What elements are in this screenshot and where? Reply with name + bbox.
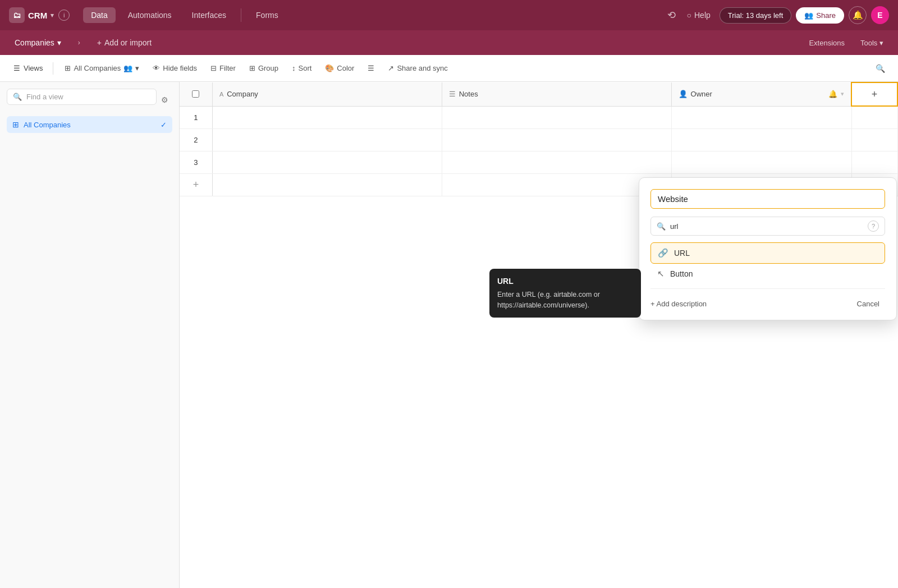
sidebar-view-label: All Companies: [24, 121, 71, 129]
sidebar-search-box[interactable]: 🔍 Find a view: [7, 89, 157, 105]
share-sync-button[interactable]: ↗ Share and sync: [382, 61, 453, 75]
views-label: Views: [24, 64, 43, 72]
search-icon: 🔍: [876, 64, 885, 73]
filter-button[interactable]: ⊟ Filter: [205, 61, 241, 75]
info-icon[interactable]: i: [58, 10, 70, 21]
dropdown-items: 🔗 URL ↖ Button: [650, 242, 885, 284]
dropdown-item-url[interactable]: 🔗 URL: [650, 242, 885, 264]
nav-tab-data[interactable]: Data: [83, 7, 116, 23]
companies-label: Companies: [15, 38, 54, 47]
owner-cell-1[interactable]: [671, 106, 851, 128]
notes-col-header[interactable]: ☰ Notes: [442, 82, 671, 106]
add-label: Add or import: [104, 38, 152, 47]
nav-tab-automations[interactable]: Automations: [120, 7, 180, 23]
select-all-checkbox[interactable]: [192, 90, 199, 98]
nav-tab-interfaces[interactable]: Interfaces: [184, 7, 234, 23]
color-button[interactable]: 🎨 Color: [319, 61, 360, 75]
table-row: 3: [180, 151, 897, 173]
user-avatar[interactable]: E: [871, 6, 889, 24]
company-cell-3[interactable]: [212, 151, 442, 173]
companies-dropdown[interactable]: Companies ▾: [9, 35, 67, 50]
nav-tab-forms[interactable]: Forms: [248, 7, 286, 23]
dropdown-item-button-label: Button: [670, 269, 693, 278]
color-label: Color: [337, 64, 354, 72]
main-layout: 🔍 Find a view ⚙ ⊞ All Companies ✓: [0, 82, 898, 588]
dropdown-search-icon: 🔍: [657, 222, 666, 231]
companies-chevron: ▾: [57, 38, 61, 47]
toolbar: ☰ Views ⊞ All Companies 👥 ▾ 👁 Hide field…: [0, 55, 898, 82]
tools-label: Tools: [860, 39, 877, 47]
add-icon: +: [97, 38, 102, 47]
help-button[interactable]: ○ Help: [682, 8, 715, 22]
owner-col-header[interactable]: 👤 Owner 🔔 ▾: [671, 82, 851, 106]
share-icon: 👥: [804, 11, 813, 20]
add-or-import-button[interactable]: + Add or import: [91, 35, 157, 50]
row-num-3: 3: [180, 151, 212, 173]
help-question-icon: ○: [687, 11, 691, 20]
sidebar-search-icon: 🔍: [13, 93, 22, 101]
hide-fields-button[interactable]: 👁 Hide fields: [147, 61, 203, 75]
extensions-button[interactable]: Extensions: [803, 36, 850, 49]
notifications-bell[interactable]: 🔔: [849, 6, 867, 24]
cancel-button[interactable]: Cancel: [851, 297, 885, 311]
add-description-button[interactable]: + Add description: [650, 300, 707, 308]
sidebar-item-all-companies[interactable]: ⊞ All Companies ✓: [7, 116, 172, 133]
search-button[interactable]: 🔍: [871, 59, 889, 77]
owner-col-label: Owner: [691, 90, 712, 98]
checkbox-col-header[interactable]: [180, 82, 212, 106]
dropdown-item-button[interactable]: ↖ Button: [650, 264, 885, 284]
hide-fields-label: Hide fields: [163, 64, 197, 72]
info-icon-symbol: i: [63, 12, 65, 19]
app-logo[interactable]: 🗂 CRM ▾: [9, 7, 54, 23]
dropdown-search-row: 🔍 ?: [650, 217, 885, 236]
subnav-right: Extensions Tools ▾: [803, 36, 889, 49]
trial-badge[interactable]: Trial: 13 days left: [720, 7, 792, 24]
history-icon[interactable]: ⟲: [665, 7, 678, 24]
owner-col-chevron: ▾: [841, 90, 844, 98]
row-height-button[interactable]: ☰: [362, 61, 380, 75]
sub-nav: Companies ▾ › + Add or import Extensions…: [0, 30, 898, 55]
owner-col-icon: 👤: [679, 90, 688, 98]
share-button[interactable]: 👥 Share: [796, 7, 844, 24]
sidebar-search-placeholder: Find a view: [26, 93, 63, 101]
dropdown-help-icon[interactable]: ?: [868, 220, 879, 232]
sidebar-search-row: 🔍 Find a view ⚙: [7, 89, 172, 111]
grid-area: A Company ☰ Notes 👤 Owner: [180, 82, 898, 588]
share-sync-icon: ↗: [388, 64, 394, 72]
logo-icon: 🗂: [9, 7, 25, 23]
help-label: Help: [694, 11, 711, 20]
notes-cell-1[interactable]: [442, 106, 671, 128]
add-row-notes: [442, 173, 671, 196]
add-row-company: [212, 173, 442, 196]
company-col-header[interactable]: A Company: [212, 82, 442, 106]
toolbar-separator-1: [53, 62, 53, 75]
dropdown-search-input[interactable]: [670, 222, 863, 231]
company-cell-2[interactable]: [212, 128, 442, 151]
sort-button[interactable]: ↕ Sort: [286, 61, 317, 75]
hide-fields-icon: 👁: [153, 64, 160, 72]
company-cell-1[interactable]: [212, 106, 442, 128]
sidebar-settings-button[interactable]: ⚙: [157, 92, 172, 108]
all-companies-selector[interactable]: ⊞ All Companies 👥 ▾: [59, 61, 145, 75]
empty-col-cell-3: [851, 151, 897, 173]
top-nav: 🗂 CRM ▾ i Data Automations Interfaces Fo…: [0, 0, 898, 30]
sort-label: Sort: [299, 64, 312, 72]
notes-col-icon: ☰: [449, 90, 456, 98]
all-companies-label: All Companies: [74, 64, 121, 72]
sidebar: 🔍 Find a view ⚙ ⊞ All Companies ✓: [0, 82, 180, 588]
tooltip-title: URL: [497, 275, 633, 287]
notes-cell-3[interactable]: [442, 151, 671, 173]
owner-cell-3[interactable]: [671, 151, 851, 173]
add-column-header[interactable]: +: [851, 82, 897, 106]
tools-button[interactable]: Tools ▾: [855, 36, 889, 49]
subnav-expand-btn[interactable]: ›: [71, 35, 87, 50]
views-toggle[interactable]: ☰ Views: [9, 61, 47, 75]
owner-cell-2[interactable]: [671, 128, 851, 151]
group-button[interactable]: ⊞ Group: [244, 61, 284, 75]
add-row-icon[interactable]: +: [193, 179, 199, 190]
url-tooltip: URL Enter a URL (e.g. airtable.com or ht…: [489, 269, 641, 318]
share-sync-label: Share and sync: [397, 64, 447, 72]
views-icon: ☰: [13, 64, 20, 72]
notes-cell-2[interactable]: [442, 128, 671, 151]
field-name-input[interactable]: [650, 189, 885, 209]
